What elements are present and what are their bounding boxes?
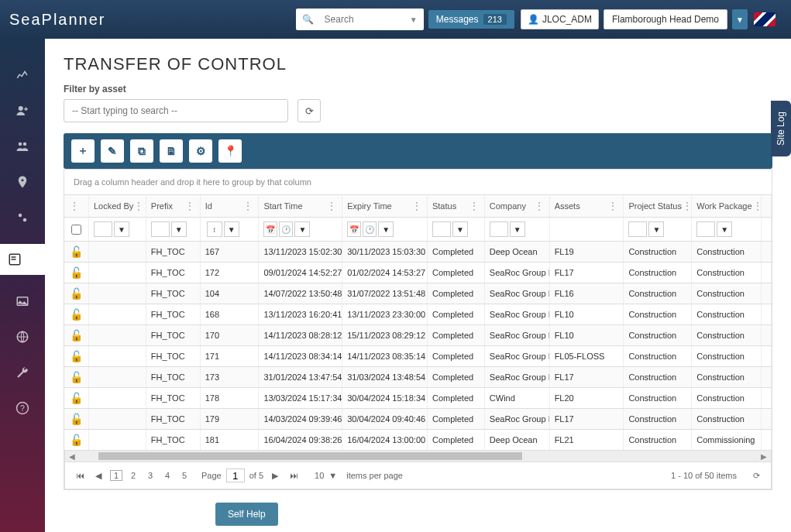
page-2[interactable]: 2 — [127, 471, 139, 480]
chevron-down-icon[interactable]: ▼ — [410, 15, 418, 24]
page-3[interactable]: 3 — [144, 471, 156, 480]
scroll-thumb[interactable] — [98, 452, 522, 460]
prev-page-button[interactable]: ◀ — [91, 469, 105, 482]
column-menu-icon[interactable]: ⋮ — [682, 200, 692, 212]
filter-wp[interactable] — [696, 221, 715, 237]
column-menu-icon[interactable]: ⋮ — [752, 200, 762, 212]
table-row[interactable]: 🔓FH_TOC17114/11/2023 08:34:1414/11/2023 … — [64, 345, 772, 366]
group-panel[interactable]: Drag a column header and drop it here to… — [64, 169, 772, 194]
spinner-icon[interactable]: ↕ — [207, 221, 222, 237]
table-row[interactable]: 🔓FH_TOC17914/03/2024 09:39:4630/04/2024 … — [64, 408, 772, 429]
column-menu-icon[interactable]: ⋮ — [242, 200, 253, 212]
first-page-button[interactable]: ⏮ — [73, 469, 87, 482]
nav-image[interactable] — [13, 292, 32, 311]
chevron-down-icon[interactable]: ▼ — [328, 471, 337, 480]
search-input[interactable] — [325, 14, 402, 25]
calendar-icon[interactable]: 📅 — [347, 221, 361, 237]
scroll-right-icon[interactable]: ▶ — [757, 452, 771, 461]
col-checkbox[interactable]: ⋮ — [64, 195, 89, 217]
table-row[interactable]: 🔓FH_TOC17014/11/2023 08:28:1215/11/2023 … — [64, 324, 772, 345]
map-button[interactable]: 📍 — [218, 139, 242, 163]
edit-button[interactable]: ✎ — [101, 139, 124, 163]
page-5[interactable]: 5 — [178, 471, 191, 480]
table-row[interactable]: 🔓FH_TOC18116/04/2024 09:38:2616/04/2024 … — [64, 429, 772, 450]
table-row[interactable]: 🔓FH_TOC10414/07/2022 13:50:4831/07/2022 … — [64, 283, 772, 304]
filter-prefix[interactable] — [151, 221, 170, 237]
filter-icon[interactable]: ▼ — [114, 221, 129, 237]
column-menu-icon[interactable]: ⋮ — [469, 200, 480, 212]
column-menu-icon[interactable]: ⋮ — [534, 200, 545, 212]
nav-add-user[interactable] — [13, 101, 32, 120]
filter-icon[interactable]: ▼ — [294, 221, 310, 237]
page-4[interactable]: 4 — [161, 471, 174, 480]
select-all-checkbox[interactable] — [71, 225, 81, 235]
col-id[interactable]: Id⋮ — [201, 195, 260, 217]
col-work-package[interactable]: Work Package⋮ — [692, 195, 762, 217]
nav-globe[interactable] — [13, 328, 32, 346]
export-pdf-button[interactable]: 🗎 — [160, 139, 183, 163]
table-row[interactable]: 🔓FH_TOC16813/11/2023 16:20:4113/11/2023 … — [64, 304, 772, 324]
refresh-button[interactable]: ⟳ — [297, 99, 321, 122]
clock-icon[interactable]: 🕐 — [363, 221, 377, 237]
nav-analytics[interactable] — [13, 66, 32, 84]
scroll-left-icon[interactable]: ◀ — [65, 452, 79, 461]
self-help-button[interactable]: Self Help — [215, 503, 278, 526]
nav-people[interactable] — [13, 137, 32, 156]
column-menu-icon[interactable]: ⋮ — [133, 200, 144, 212]
calendar-icon[interactable]: 📅 — [263, 221, 277, 237]
column-menu-icon[interactable]: ⋮ — [326, 200, 337, 212]
page-input[interactable] — [226, 469, 245, 482]
filter-icon[interactable]: ▼ — [452, 221, 468, 237]
settings-button[interactable]: ⚙ — [189, 139, 212, 163]
filter-ps[interactable] — [628, 221, 647, 237]
filter-icon[interactable]: ▼ — [378, 221, 394, 237]
col-locked-by[interactable]: Locked By⋮ — [89, 195, 146, 217]
site-dropdown-button[interactable]: ▼ — [732, 9, 748, 29]
filter-status[interactable] — [432, 221, 451, 237]
add-button[interactable]: ＋ — [71, 139, 95, 163]
export-excel-button[interactable]: ⧉ — [130, 139, 153, 163]
column-menu-icon[interactable]: ⋮ — [184, 200, 195, 212]
col-assets[interactable]: Assets⋮ — [550, 195, 624, 217]
col-extra[interactable] — [762, 195, 772, 217]
clock-icon[interactable]: 🕐 — [279, 221, 293, 237]
table-row[interactable]: 🔓FH_TOC17209/01/2024 14:52:2701/02/2024 … — [64, 262, 772, 283]
filter-icon[interactable]: ▼ — [717, 221, 732, 237]
col-prefix[interactable]: Prefix⋮ — [146, 195, 201, 217]
filter-icon[interactable]: ▼ — [510, 221, 525, 237]
next-page-button[interactable]: ▶ — [268, 469, 282, 482]
user-button[interactable]: 👤 JLOC_ADM — [521, 9, 599, 29]
filter-icon[interactable]: ▼ — [648, 221, 664, 237]
col-start[interactable]: Start Time⋮ — [259, 195, 342, 217]
site-log-tab[interactable]: Site Log — [771, 101, 791, 156]
asset-filter-input[interactable] — [64, 99, 288, 122]
column-menu-icon[interactable]: ⋮ — [411, 200, 422, 212]
refresh-icon[interactable]: ⟳ — [749, 469, 763, 482]
filter-locked-by[interactable] — [94, 221, 112, 237]
nav-wrench[interactable] — [13, 363, 32, 382]
page-size[interactable]: 10 — [315, 471, 324, 480]
table-row[interactable]: 🔓FH_TOC17331/01/2024 13:47:5431/03/2024 … — [64, 366, 772, 387]
horizontal-scrollbar[interactable]: ◀ ▶ — [64, 450, 772, 462]
table-row[interactable]: 🔓FH_TOC16713/11/2023 15:02:3030/11/2023 … — [64, 241, 772, 262]
column-menu-icon[interactable]: ⋮ — [69, 200, 80, 212]
col-project-status[interactable]: Project Status⋮ — [624, 195, 692, 217]
messages-button[interactable]: Messages 213 — [428, 10, 514, 29]
nav-help[interactable]: ? — [13, 399, 32, 417]
filter-icon[interactable]: ▼ — [171, 221, 187, 237]
filter-company[interactable] — [490, 221, 508, 237]
page-1[interactable]: 1 — [110, 470, 122, 481]
nav-location[interactable] — [13, 173, 32, 191]
filter-icon[interactable]: ▼ — [224, 221, 239, 237]
nav-toc[interactable] — [0, 244, 45, 275]
site-selector[interactable]: Flamborough Head Demo — [604, 9, 727, 29]
global-search[interactable]: 🔍 ▼ — [296, 9, 424, 30]
col-company[interactable]: Company⋮ — [485, 195, 550, 217]
last-page-button[interactable]: ⏭ — [287, 469, 301, 482]
column-menu-icon[interactable]: ⋮ — [607, 200, 618, 212]
nav-gears[interactable] — [13, 208, 32, 227]
col-expiry[interactable]: Expiry Time⋮ — [342, 195, 428, 217]
flag-uk-icon[interactable] — [754, 12, 776, 26]
col-status[interactable]: Status⋮ — [428, 195, 485, 217]
table-row[interactable]: 🔓FH_TOC17813/03/2024 15:17:3430/04/2024 … — [64, 387, 772, 408]
